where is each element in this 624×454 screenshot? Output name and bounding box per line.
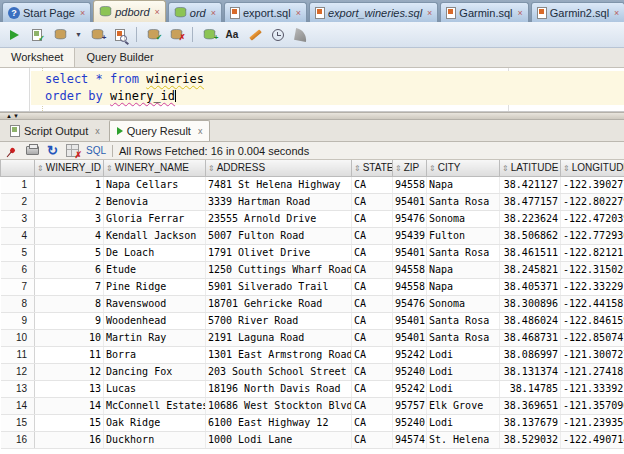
rollback-button[interactable]: ✗ xyxy=(167,26,185,44)
cell-winery_id[interactable]: 15 xyxy=(35,414,104,431)
clear-grid-button[interactable]: ✗ xyxy=(65,144,80,158)
sql-label-button[interactable]: SQL xyxy=(86,145,106,156)
find-db-object-button[interactable] xyxy=(111,26,129,44)
cell-zip[interactable]: 95240 xyxy=(393,363,427,380)
cell-longitude[interactable]: -122.850747 xyxy=(561,329,624,346)
cell-zip[interactable]: 94558 xyxy=(393,261,427,278)
cell-winery_name[interactable]: Lucas xyxy=(104,380,206,397)
cell-state[interactable]: CA xyxy=(352,414,393,431)
column-header-state[interactable]: ⇕STATE xyxy=(352,160,393,176)
column-header-latitude[interactable]: ⇕LATITUDE xyxy=(500,160,561,176)
sort-icon[interactable]: ⇕ xyxy=(502,164,509,173)
table-row[interactable]: 22Benovia3339 Hartman RoadCA95401Santa R… xyxy=(1,193,624,210)
printer-button[interactable] xyxy=(25,144,40,158)
pin-button[interactable] xyxy=(5,144,20,158)
cell-winery_id[interactable]: 7 xyxy=(35,278,104,295)
cell-latitude[interactable]: 38.369651 xyxy=(500,397,561,414)
cell-state[interactable]: CA xyxy=(352,431,393,448)
cell-winery_name[interactable]: Borra xyxy=(104,346,206,363)
table-row[interactable]: 1010Martin Ray2191 Laguna RoadCA95401San… xyxy=(1,329,624,346)
result-tab-query-result[interactable]: Query Resultx xyxy=(109,120,211,141)
cell-longitude[interactable]: -121.274181 xyxy=(561,363,624,380)
cell-city[interactable]: Santa Rosa xyxy=(427,244,500,261)
cell-state[interactable]: CA xyxy=(352,227,393,244)
cell-winery_id[interactable]: 3 xyxy=(35,210,104,227)
cell-latitude[interactable]: 38.421127 xyxy=(500,176,561,193)
cell-city[interactable]: Fulton xyxy=(427,227,500,244)
run-script-button[interactable]: ✓ xyxy=(28,26,46,44)
splitter-up-icon[interactable]: ▲ xyxy=(6,113,12,119)
sort-icon[interactable]: ⇕ xyxy=(354,164,361,173)
dropdown-button[interactable]: ▼ xyxy=(74,26,83,44)
table-row[interactable]: 1111Borra1301 East Armstrong RoadCA95242… xyxy=(1,346,624,363)
sort-icon[interactable]: ⇕ xyxy=(429,164,436,173)
splitter-down-icon[interactable]: ▼ xyxy=(13,113,19,119)
cell-winery_name[interactable]: Oak Ridge xyxy=(104,414,206,431)
document-tab-start-page[interactable]: ?Start Page× xyxy=(2,2,91,22)
case-toggle-button[interactable]: Aa xyxy=(223,26,241,44)
cell-city[interactable]: Lodi xyxy=(427,363,500,380)
cell-address[interactable]: 1250 Cuttings Wharf Road xyxy=(206,261,352,278)
document-tab-ord[interactable]: ord× xyxy=(168,2,222,22)
table-row[interactable]: 1414McConnell Estates10686 West Stockton… xyxy=(1,397,624,414)
commit-button[interactable]: ✓ xyxy=(144,26,162,44)
sql-history-button[interactable] xyxy=(269,26,287,44)
cell-winery_id[interactable]: 14 xyxy=(35,397,104,414)
cell-latitude[interactable]: 38.137679 xyxy=(500,414,561,431)
cell-address[interactable]: 5007 Fulton Road xyxy=(206,227,352,244)
cell-longitude[interactable]: -121.357096 xyxy=(561,397,624,414)
sql-editor[interactable]: select * from wineriesorder by winery_id xyxy=(0,68,624,112)
cell-latitude[interactable]: 38.468731 xyxy=(500,329,561,346)
cell-winery_id[interactable]: 12 xyxy=(35,363,104,380)
cell-city[interactable]: Elk Grove xyxy=(427,397,500,414)
cell-state[interactable]: CA xyxy=(352,193,393,210)
advisor-button[interactable] xyxy=(292,26,310,44)
cell-zip[interactable]: 95476 xyxy=(393,295,427,312)
run-statement-button[interactable] xyxy=(5,26,23,44)
cell-winery_name[interactable]: Woodenhead xyxy=(104,312,206,329)
cell-winery_name[interactable]: Ravenswood xyxy=(104,295,206,312)
cell-longitude[interactable]: -122.332291 xyxy=(561,278,624,295)
table-row[interactable]: 66Etude1250 Cuttings Wharf RoadCA94558Na… xyxy=(1,261,624,278)
cell-city[interactable]: Santa Rosa xyxy=(427,193,500,210)
cell-latitude[interactable]: 38.486024 xyxy=(500,312,561,329)
refresh-button[interactable]: ↻ xyxy=(45,144,60,158)
close-icon[interactable]: × xyxy=(296,8,301,18)
result-table[interactable]: ⇕WINERY_ID⇕WINERY_NAME⇕ADDRESS⇕STATE⇕ZIP… xyxy=(0,160,624,449)
sort-icon[interactable]: ⇕ xyxy=(37,164,44,173)
column-header-winery_id[interactable]: ⇕WINERY_ID xyxy=(35,160,104,176)
cell-address[interactable]: 203 South School Street xyxy=(206,363,352,380)
cell-latitude[interactable]: 38.405371 xyxy=(500,278,561,295)
cell-address[interactable]: 7481 St Helena Highway xyxy=(206,176,352,193)
cell-zip[interactable]: 95476 xyxy=(393,210,427,227)
cell-longitude[interactable]: -122.772936 xyxy=(561,227,624,244)
cell-winery_id[interactable]: 8 xyxy=(35,295,104,312)
close-icon[interactable]: × xyxy=(155,7,160,17)
sort-icon[interactable]: ⇕ xyxy=(208,164,215,173)
cell-state[interactable]: CA xyxy=(352,278,393,295)
cell-address[interactable]: 1791 Olivet Drive xyxy=(206,244,352,261)
cell-winery_id[interactable]: 16 xyxy=(35,431,104,448)
cell-winery_name[interactable]: De Loach xyxy=(104,244,206,261)
cell-longitude[interactable]: -122.846159 xyxy=(561,312,624,329)
autotrace-button[interactable] xyxy=(51,26,69,44)
cell-zip[interactable]: 95401 xyxy=(393,312,427,329)
cell-state[interactable]: CA xyxy=(352,363,393,380)
table-row[interactable]: 1313Lucas18196 North Davis RoadCA95242Lo… xyxy=(1,380,624,397)
cell-winery_name[interactable]: Napa Cellars xyxy=(104,176,206,193)
cell-address[interactable]: 5700 River Road xyxy=(206,312,352,329)
table-row[interactable]: 1515Oak Ridge6100 East Highway 12CA95240… xyxy=(1,414,624,431)
cell-address[interactable]: 3339 Hartman Road xyxy=(206,193,352,210)
cell-winery_id[interactable]: 1 xyxy=(35,176,104,193)
cell-address[interactable]: 18701 Gehricke Road xyxy=(206,295,352,312)
cell-latitude[interactable]: 38.300896 xyxy=(500,295,561,312)
sort-icon[interactable]: ⇕ xyxy=(395,164,402,173)
document-tab-pdbord[interactable]: pdbord× xyxy=(93,0,166,22)
code-line-1[interactable]: select * from wineries xyxy=(31,71,624,88)
cell-address[interactable]: 2191 Laguna Road xyxy=(206,329,352,346)
cell-state[interactable]: CA xyxy=(352,380,393,397)
result-tab-script-output[interactable]: Script Outputx xyxy=(3,121,107,141)
cell-zip[interactable]: 94558 xyxy=(393,176,427,193)
cell-state[interactable]: CA xyxy=(352,312,393,329)
cell-longitude[interactable]: -122.390277 xyxy=(561,176,624,193)
